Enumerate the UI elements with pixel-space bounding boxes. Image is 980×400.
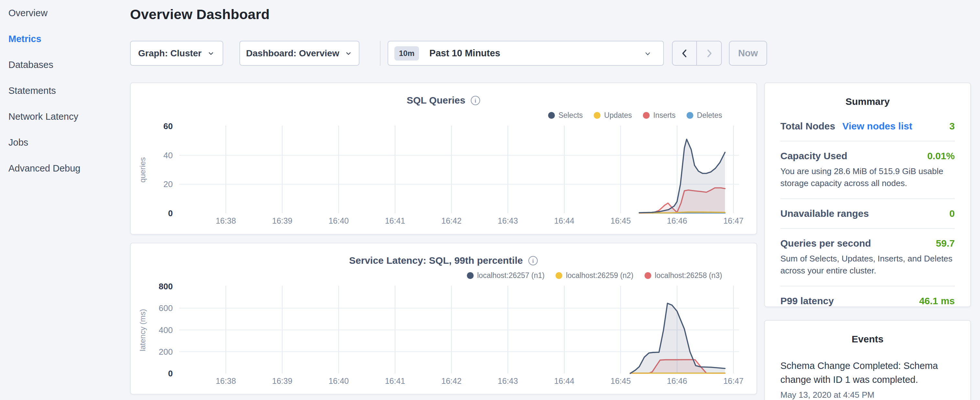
y-tick-label: 800 — [159, 282, 173, 291]
chart-title: Service Latency: SQL, 99th percentile — [349, 255, 523, 266]
sidebar-item-overview[interactable]: Overview — [0, 0, 130, 26]
sql-queries-plot[interactable]: 16:3816:3916:4016:4116:4216:4316:4416:45… — [131, 122, 758, 235]
x-tick-label: 16:47 — [724, 216, 744, 225]
legend-item: localhost:26259 (n2) — [555, 271, 633, 280]
time-window-next-button[interactable] — [697, 41, 721, 65]
summary-row-capacity-used: Capacity Used 0.01% You are using 28.6 M… — [780, 141, 955, 198]
svg-text:i: i — [475, 97, 476, 104]
view-nodes-list-link[interactable]: View nodes list — [842, 121, 912, 132]
chevron-down-icon — [344, 49, 353, 57]
y-axis-label: latency (ms) — [138, 309, 147, 351]
x-tick-label: 16:40 — [328, 376, 349, 386]
info-icon[interactable]: i — [471, 96, 480, 105]
summary-card: Summary Total Nodes View nodes list 3 Ca… — [764, 83, 971, 307]
summary-row-label: Capacity Used — [780, 150, 847, 161]
sidebar-item-databases[interactable]: Databases — [0, 52, 130, 78]
x-tick-label: 16:44 — [554, 376, 574, 386]
y-tick-label: 0 — [168, 209, 173, 218]
x-tick-label: 16:43 — [498, 376, 518, 386]
summary-row-note: Sum of Selects, Updates, Inserts, and De… — [780, 253, 955, 277]
summary-row-value: 0 — [949, 208, 955, 219]
sidebar-item-metrics[interactable]: Metrics — [0, 26, 130, 52]
sql-queries-chart-card: SQL Queries i SelectsUpdatesInsertsDelet… — [130, 83, 757, 234]
summary-row-value: 3 — [949, 121, 955, 132]
legend-item: Deletes — [687, 111, 722, 120]
event-item[interactable]: Schema Change Completed: Schema change w… — [765, 345, 970, 400]
legend-item: localhost:26257 (n1) — [467, 271, 544, 280]
legend-label: localhost:26257 (n1) — [477, 271, 544, 280]
x-tick-label: 16:41 — [385, 216, 406, 225]
x-tick-label: 16:38 — [216, 376, 236, 386]
legend-label: Deletes — [697, 111, 722, 120]
x-tick-label: 16:42 — [441, 216, 462, 225]
sidebar-nav: Overview Metrics Databases Statements Ne… — [0, 0, 130, 400]
summary-row-p99-latency: P99 latency 46.1 ms — [780, 286, 955, 316]
y-tick-label: 200 — [159, 347, 173, 357]
controls-divider — [380, 41, 380, 66]
x-tick-label: 16:42 — [441, 376, 462, 386]
chart-legend: localhost:26257 (n1)localhost:26259 (n2)… — [467, 271, 722, 280]
x-tick-label: 16:41 — [385, 376, 406, 386]
y-axis-label: queries — [138, 157, 147, 183]
main-content: Overview Dashboard Graph: Cluster Dashbo… — [130, 0, 757, 400]
legend-dot-icon — [548, 112, 555, 119]
x-tick-label: 16:38 — [216, 216, 236, 225]
dashboard-dropdown-label: Dashboard: Overview — [246, 48, 339, 59]
sidebar-item-advanced-debug[interactable]: Advanced Debug — [0, 155, 130, 181]
chevron-down-icon — [207, 49, 215, 57]
y-tick-label: 40 — [163, 150, 173, 160]
legend-label: Selects — [558, 111, 583, 120]
service-latency-plot[interactable]: 16:3816:3916:4016:4116:4216:4316:4416:45… — [131, 282, 758, 395]
summary-row-label: Total Nodes — [780, 121, 835, 132]
summary-row-unavailable-ranges: Unavailable ranges 0 — [780, 198, 955, 228]
summary-row-label: Unavailable ranges — [780, 208, 869, 219]
legend-dot-icon — [643, 112, 650, 119]
summary-row-value: 59.7 — [936, 238, 955, 249]
sidebar-item-statements[interactable]: Statements — [0, 78, 130, 104]
legend-dot-icon — [687, 112, 694, 119]
now-button[interactable]: Now — [729, 41, 767, 66]
x-tick-label: 16:46 — [667, 376, 687, 386]
x-tick-label: 16:47 — [724, 376, 744, 386]
legend-label: localhost:26259 (n2) — [566, 271, 633, 280]
x-tick-label: 16:45 — [611, 376, 631, 386]
chart-title: SQL Queries — [407, 95, 465, 106]
legend-item: localhost:26258 (n3) — [644, 271, 722, 280]
x-tick-label: 16:39 — [272, 376, 293, 386]
info-icon[interactable]: i — [528, 256, 538, 266]
time-range-badge: 10m — [395, 46, 419, 61]
y-tick-label: 400 — [159, 325, 173, 335]
summary-row-value: 0.01% — [927, 150, 955, 161]
legend-item: Inserts — [643, 111, 676, 120]
svg-text:i: i — [532, 258, 534, 264]
legend-dot-icon — [467, 272, 474, 279]
legend-dot-icon — [555, 272, 562, 279]
legend-label: localhost:26258 (n3) — [655, 271, 722, 280]
legend-item: Selects — [548, 111, 583, 120]
x-tick-label: 16:40 — [328, 216, 349, 225]
time-range-dropdown[interactable]: 10m Past 10 Minutes — [388, 41, 664, 66]
y-tick-label: 60 — [163, 122, 173, 131]
time-window-arrows — [672, 41, 722, 66]
dashboard-dropdown[interactable]: Dashboard: Overview — [239, 41, 360, 66]
x-tick-label: 16:39 — [272, 216, 293, 225]
x-tick-label: 16:43 — [498, 216, 518, 225]
graph-scope-dropdown[interactable]: Graph: Cluster — [130, 41, 223, 66]
time-window-prev-button[interactable] — [673, 41, 697, 65]
chevron-left-icon — [680, 48, 689, 59]
time-range-label: Past 10 Minutes — [430, 48, 500, 59]
summary-row-queries-per-second: Queries per second 59.7 Sum of Selects, … — [780, 228, 955, 286]
summary-row-label: P99 latency — [780, 295, 834, 306]
event-timestamp: May 13, 2020 at 4:45 PM — [780, 390, 955, 400]
legend-item: Updates — [594, 111, 632, 120]
now-button-label: Now — [738, 48, 758, 59]
summary-row-total-nodes: Total Nodes View nodes list 3 — [780, 112, 955, 141]
sidebar-item-network-latency[interactable]: Network Latency — [0, 104, 130, 129]
summary-row-note: You are using 28.6 MiB of 515.9 GiB usab… — [780, 166, 955, 189]
events-heading: Events — [765, 321, 970, 345]
summary-row-label: Queries per second — [780, 238, 871, 249]
chart-legend: SelectsUpdatesInsertsDeletes — [548, 111, 722, 120]
sidebar-item-jobs[interactable]: Jobs — [0, 129, 130, 155]
x-tick-label: 16:46 — [667, 216, 687, 225]
x-tick-label: 16:44 — [554, 216, 574, 225]
